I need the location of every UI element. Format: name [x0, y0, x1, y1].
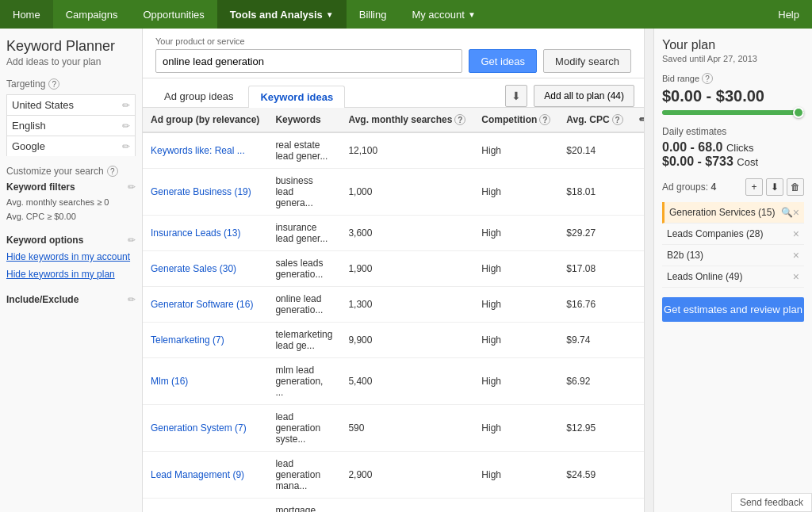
avg-cpc-help-icon[interactable]: ? [612, 114, 623, 125]
plan-item-close-icon[interactable]: × [793, 249, 799, 262]
col-actions-header: ✏ ▼ [631, 108, 644, 132]
plan-title: Your plan [662, 38, 804, 52]
get-estimates-button[interactable]: Get estimates and review plan [662, 297, 804, 322]
col-avg-monthly[interactable]: Avg. monthly searches ? [340, 108, 473, 132]
ad-group-link[interactable]: Insurance Leads (13) [151, 227, 240, 239]
download-icon-btn[interactable]: ⬇ [505, 85, 527, 107]
tab-ad-group-ideas[interactable]: Ad group ideas [152, 85, 245, 107]
bid-range-label: Bid range ? [662, 73, 804, 84]
avg-cpc-cell: $24.59 [558, 452, 630, 499]
tab-keyword-ideas[interactable]: Keyword ideas [248, 86, 345, 108]
plan-list-item[interactable]: B2b (13) × [662, 245, 804, 266]
bid-slider-handle[interactable] [793, 107, 804, 118]
edit-language-icon: ✏ [122, 120, 130, 132]
competition-cell: High [473, 132, 558, 169]
avg-cpc-cell: $12.95 [558, 405, 630, 452]
plan-item-search-icon[interactable]: 🔍 [781, 207, 793, 218]
row-arrow[interactable]: » [631, 251, 644, 287]
col-ad-group[interactable]: Ad group (by relevance) [143, 108, 267, 132]
nav-opportunities[interactable]: Opportunities [130, 0, 216, 29]
nav-tools[interactable]: Tools and Analysis ▼ [217, 0, 347, 29]
nav-account[interactable]: My account ▼ [399, 0, 488, 29]
keywords-cell: mortgage lead genera... [267, 499, 340, 513]
plan-list-item[interactable]: Generation Services (15) 🔍 × [662, 202, 804, 224]
adgroups-count: 4 [710, 181, 716, 193]
competition-cell: High [473, 287, 558, 323]
targeting-language[interactable]: English ✏ [6, 115, 136, 136]
ad-group-link[interactable]: Keywords like: Real ... [151, 145, 245, 156]
avg-monthly-cell: 12,100 [340, 132, 473, 169]
targeting-network[interactable]: Google ✏ [6, 136, 136, 156]
targeting-country[interactable]: United States ✏ [6, 94, 136, 115]
nav-help[interactable]: Help [765, 0, 812, 29]
search-input[interactable] [155, 49, 462, 73]
ad-group-link[interactable]: Telemarketing (7) [151, 334, 224, 346]
adgroups-delete-icon[interactable]: 🗑 [787, 178, 804, 196]
nav-tools-arrow: ▼ [326, 10, 334, 19]
adgroups-download-icon[interactable]: ⬇ [766, 178, 783, 196]
keywords-cell: insurance lead gener... [267, 216, 340, 251]
add-all-button[interactable]: Add all to plan (44) [534, 85, 634, 107]
nav-home[interactable]: Home [0, 0, 53, 29]
get-ideas-button[interactable]: Get ideas [469, 49, 537, 73]
ad-group-link[interactable]: Lead Management (9) [151, 469, 244, 480]
avg-monthly-help-icon[interactable]: ? [454, 114, 465, 125]
row-arrow[interactable]: » [631, 405, 644, 452]
keywords-cell: mlm lead generation, ... [267, 358, 340, 405]
nav-campaigns[interactable]: Campaigns [53, 0, 131, 29]
adgroups-add-icon[interactable]: + [745, 178, 763, 196]
competition-cell: High [473, 452, 558, 499]
table-row: Insurance Leads (13) insurance lead gene… [143, 216, 644, 251]
bid-range-help-icon[interactable]: ? [702, 73, 713, 84]
ad-group-link[interactable]: Mlm (16) [151, 376, 188, 387]
scrollbar[interactable] [644, 29, 653, 512]
row-arrow[interactable]: » [631, 499, 644, 513]
competition-help-icon[interactable]: ? [539, 114, 550, 125]
customize-help-icon[interactable]: ? [107, 166, 118, 177]
plan-list-item[interactable]: Leads Online (49) × [662, 266, 804, 288]
include-exclude-block: Include/Exclude ✏ [6, 294, 136, 305]
include-exclude-edit-icon[interactable]: ✏ [128, 294, 136, 305]
nav-billing[interactable]: Billing [347, 0, 400, 29]
bid-slider-track[interactable] [662, 110, 804, 115]
col-competition[interactable]: Competition ? [473, 108, 558, 132]
competition-cell: High [473, 169, 558, 216]
table-row: Telemarketing (7) telemarketing lead ge.… [143, 323, 644, 358]
ad-group-link[interactable]: Generation System (7) [151, 422, 247, 434]
keyword-options-edit-icon[interactable]: ✏ [128, 235, 136, 246]
keywords-cell: telemarketing lead ge... [267, 323, 340, 358]
modify-search-button[interactable]: Modify search [543, 49, 631, 73]
col-avg-cpc[interactable]: Avg. CPC ? [558, 108, 630, 132]
avg-cpc-cell: $20.14 [558, 132, 630, 169]
targeting-help-icon[interactable]: ? [48, 78, 59, 90]
row-arrow[interactable]: » [631, 132, 644, 169]
keywords-cell: sales leads generatio... [267, 251, 340, 287]
plan-item-close-icon[interactable]: × [793, 227, 799, 240]
ad-group-link[interactable]: Generate Sales (30) [151, 263, 236, 274]
row-arrow[interactable]: » [631, 287, 644, 323]
row-arrow[interactable]: » [631, 169, 644, 216]
avg-monthly-cell: 590 [340, 405, 473, 452]
row-arrow[interactable]: » [631, 216, 644, 251]
avg-monthly-cell: 5,400 [340, 358, 473, 405]
plan-item-close-icon[interactable]: × [793, 206, 799, 219]
row-arrow[interactable]: » [631, 323, 644, 358]
page-subtitle: Add ideas to your plan [6, 56, 136, 67]
keyword-filters-edit-icon[interactable]: ✏ [128, 181, 136, 193]
hide-keywords-plan-link[interactable]: Hide keywords in my plan [6, 266, 136, 284]
plan-list-item[interactable]: Leads Companies (28) × [662, 224, 804, 245]
avg-monthly-cell: 1,300 [340, 499, 473, 513]
plan-item-close-icon[interactable]: × [793, 270, 799, 283]
col-keywords[interactable]: Keywords [267, 108, 340, 132]
adgroups-actions: + ⬇ 🗑 [745, 178, 804, 196]
hide-keywords-account-link[interactable]: Hide keywords in my account [6, 249, 136, 266]
avg-cpc-cell: $6.92 [558, 358, 630, 405]
row-arrow[interactable]: » [631, 358, 644, 405]
table-container: Ad group (by relevance) Keywords Avg. mo… [143, 108, 644, 512]
send-feedback-button[interactable]: Send feedback [731, 493, 812, 512]
ad-group-link[interactable]: Generate Business (19) [151, 186, 251, 197]
keywords-cell: business lead genera... [267, 169, 340, 216]
ad-group-link[interactable]: Generator Software (16) [151, 299, 253, 310]
row-arrow[interactable]: » [631, 452, 644, 499]
search-label: Your product or service [155, 36, 631, 46]
